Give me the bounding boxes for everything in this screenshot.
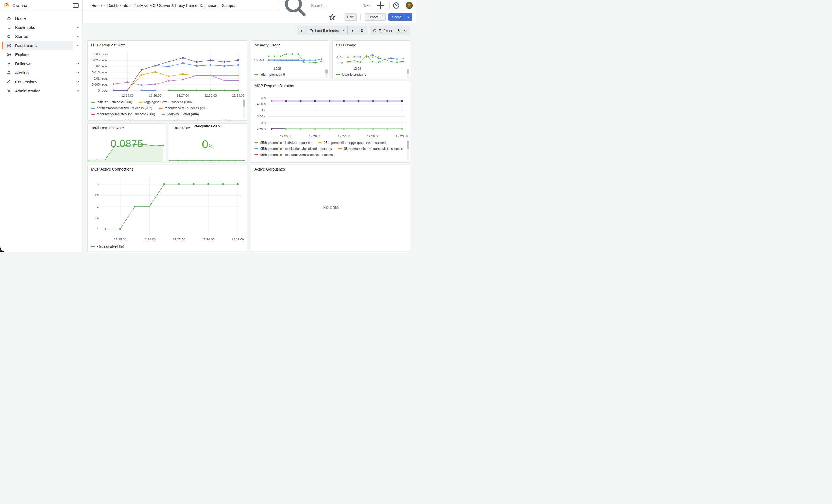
legend-label: - (streamable-http): [97, 244, 124, 248]
panel-mcp-request-duration: MCP Request Duration 5 s4.50 s4 s3.50 s3…: [251, 81, 411, 163]
legend-item[interactable]: logging/setLevel - success (200): [139, 99, 192, 105]
sidebar-toggle-icon[interactable]: [72, 2, 79, 9]
sidebar-item-starred[interactable]: Starred: [0, 32, 82, 41]
refresh-interval-picker[interactable]: 5s: [394, 26, 410, 35]
legend-item[interactable]: 95th percentile - initialize - success: [255, 140, 311, 146]
legend-scrollbar[interactable]: [326, 69, 328, 78]
edit-button[interactable]: Edit: [344, 14, 356, 21]
cpu-usage-chart[interactable]: 0.2%0%12:25: [334, 48, 409, 71]
share-button[interactable]: Share: [389, 14, 405, 21]
sidebar-item-label: Drilldown: [15, 62, 32, 66]
http-legend: initialize - success (200)logging/setLev…: [91, 99, 241, 120]
error-rate-value: 0%: [169, 138, 246, 151]
export-button[interactable]: Export: [365, 14, 386, 21]
sidebar-item-connections[interactable]: Connections: [0, 77, 82, 86]
search-input[interactable]: [311, 3, 361, 8]
panel-memory-usage: Memory Usage 16 MiB12:25 fetch-telemetry…: [251, 41, 329, 79]
avatar[interactable]: [406, 2, 413, 9]
panel-cpu-usage: CPU Usage 0.2%0%12:25 fetch-telemetry-0: [332, 41, 411, 79]
share-menu-chevron[interactable]: [405, 14, 412, 21]
svg-text:3: 3: [97, 182, 99, 186]
panel-title[interactable]: Error Rate: [172, 126, 190, 130]
chevron-down-icon[interactable]: [73, 35, 82, 38]
legend-item[interactable]: fetch-telemetry-0: [336, 72, 366, 78]
add-menu-button[interactable]: [375, 2, 387, 9]
chevron-down-icon[interactable]: [73, 71, 82, 75]
chevron-down-icon[interactable]: [73, 44, 82, 47]
mcp-active-connections-chart[interactable]: 11.522.5312:25:0012:26:0012:27:0012:28:0…: [90, 174, 245, 242]
favorite-star-button[interactable]: [329, 13, 336, 21]
http-request-rate-chart[interactable]: 0 req/s0.005 req/s0.01 req/s0.015 req/s0…: [90, 50, 245, 98]
svg-text:12:27:00: 12:27:00: [177, 94, 189, 97]
legend-color-chip: [139, 102, 142, 103]
legend-label: resources/list - success (200): [164, 106, 207, 110]
sidebar-item-explore[interactable]: Explore: [0, 50, 82, 59]
divider: [340, 14, 340, 20]
legend-item[interactable]: tools/call - success (200): [91, 117, 133, 120]
legend-item[interactable]: 95th percentile - notifications/initiali…: [255, 146, 332, 152]
apps-icon: [7, 43, 11, 48]
refresh-button[interactable]: Refresh: [370, 26, 394, 35]
memory-usage-chart[interactable]: 16 MiB12:25: [253, 48, 327, 71]
breadcrumb-item-home[interactable]: Home: [92, 3, 102, 8]
memory-legend: fetch-telemetry-0: [255, 72, 320, 78]
legend-item[interactable]: tools/call - error (404): [161, 111, 199, 117]
svg-text:0.2%: 0.2%: [336, 55, 343, 59]
sidebar-item-drilldown[interactable]: Drilldown: [0, 59, 82, 68]
sidebar-item-label: Starred: [15, 34, 28, 39]
error-rate-sparkline[interactable]: [169, 157, 247, 162]
svg-text:12:26:00: 12:26:00: [144, 238, 156, 241]
panel-title[interactable]: MCP Request Duration: [255, 84, 294, 88]
panel-title[interactable]: Total Request Rate: [91, 126, 124, 130]
legend-item[interactable]: tools/list - success (200): [140, 117, 181, 120]
time-forward-button[interactable]: [347, 26, 357, 35]
chevron-down-icon[interactable]: [73, 89, 82, 93]
legend-scrollbar[interactable]: [243, 99, 245, 120]
duration-legend: 95th percentile - initialize - success95…: [255, 140, 405, 161]
legend-item[interactable]: - (streamable-http): [91, 243, 124, 249]
legend-scrollbar[interactable]: [407, 140, 409, 161]
time-back-button[interactable]: [297, 26, 306, 35]
legend-item[interactable]: resources/templates/list - success (200): [91, 111, 155, 117]
sidebar-item-dashboards[interactable]: Dashboards: [0, 41, 82, 50]
svg-text:0.015 req/s: 0.015 req/s: [92, 71, 108, 74]
legend-item[interactable]: 95th percentile - resources/templates/li…: [255, 152, 334, 158]
legend-item[interactable]: fetch-telemetry-0: [255, 72, 285, 78]
sidebar-item-label: Bookmarks: [15, 25, 35, 30]
search-input-wrapper[interactable]: ⌘+k: [278, 2, 373, 9]
svg-text:1: 1: [97, 228, 99, 231]
legend-item[interactable]: resources/list - success (200): [159, 105, 207, 111]
mcp-request-duration-chart[interactable]: 5 s4.50 s4 s3.50 s3 s2.50 s12:25:0012:26…: [253, 90, 409, 139]
legend-item[interactable]: notifications/initialized - success (202…: [91, 105, 152, 111]
legend-item[interactable]: initialize - success (200): [91, 99, 132, 105]
time-range-picker[interactable]: Last 5 minutes: [306, 26, 348, 35]
legend-scrollbar[interactable]: [407, 69, 409, 78]
sidebar-item-bookmarks[interactable]: Bookmarks: [0, 23, 82, 32]
sidebar-item-home[interactable]: Home: [0, 14, 82, 23]
legend-label: 95th percentile - resources/list - succe…: [344, 147, 403, 151]
legend-item[interactable]: 95th percentile - resources/list - succe…: [338, 146, 403, 152]
panel-title[interactable]: HTTP Request Rate: [91, 43, 126, 47]
sidebar-item-administration[interactable]: Administration: [0, 86, 82, 96]
legend-label: fetch-telemetry-0: [260, 73, 285, 77]
legend-item[interactable]: 95th percentile - logging/setLevel - suc…: [318, 140, 387, 146]
chevron-down-icon[interactable]: [73, 62, 82, 65]
panel-title[interactable]: CPU Usage: [336, 43, 356, 47]
breadcrumb-item-dashboards[interactable]: Dashboards: [107, 3, 128, 8]
chevron-down-icon[interactable]: [73, 80, 82, 84]
legend-item[interactable]: unknown - success (200): [188, 117, 230, 120]
top-navigation-bar: Grafana Home›Dashboards›ToolHive MCP Ser…: [0, 0, 416, 11]
zoom-out-button[interactable]: [357, 26, 367, 35]
panel-title[interactable]: Active Goroutines: [255, 167, 285, 171]
svg-text:12:25: 12:25: [353, 67, 361, 70]
legend-label: 95th percentile - resources/templates/li…: [260, 153, 334, 157]
legend-label: fetch-telemetry-0: [342, 73, 366, 77]
legend-label: tools/call - error (404): [167, 112, 199, 116]
chevron-down-icon[interactable]: [73, 26, 82, 29]
panel-title[interactable]: Memory Usage: [255, 43, 281, 47]
legend-label: unknown - success (200): [193, 118, 230, 120]
panel-title[interactable]: MCP Active Connections: [91, 167, 133, 171]
help-icon[interactable]: [392, 2, 400, 9]
sidebar-item-alerting[interactable]: Alerting: [0, 68, 82, 77]
legend-label: initialize - success (200): [97, 100, 132, 104]
